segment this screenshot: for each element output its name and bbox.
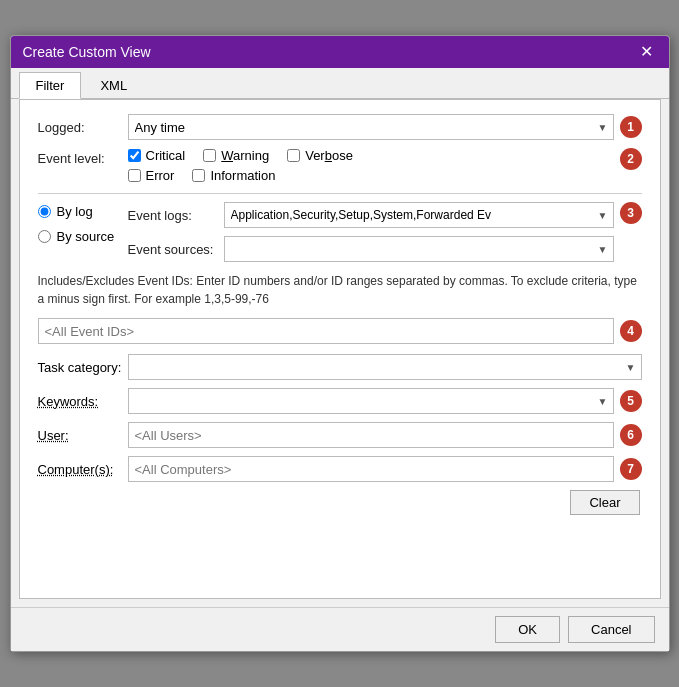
- logged-row: Logged: Any time Last hour Last 12 hours…: [38, 114, 642, 140]
- checkbox-critical: Critical: [128, 148, 186, 163]
- logged-label: Logged:: [38, 120, 128, 135]
- user-label: User:: [38, 428, 128, 443]
- task-category-row: Task category: ▼: [38, 354, 642, 380]
- badge-1: 1: [620, 116, 642, 138]
- task-category-label: Task category:: [38, 360, 128, 375]
- event-sources-select[interactable]: [224, 236, 614, 262]
- dialog-footer: OK Cancel: [11, 607, 669, 651]
- information-checkbox[interactable]: [192, 169, 205, 182]
- by-log-label: By log: [57, 204, 93, 219]
- logged-select-wrapper: Any time Last hour Last 12 hours Last 24…: [128, 114, 614, 140]
- event-logs-select-wrapper: Application,Security,Setup,System,Forwar…: [224, 202, 614, 228]
- by-log-radio[interactable]: [38, 205, 51, 218]
- information-label: Information: [210, 168, 275, 183]
- event-level-checkboxes: Critical Warning Verbose: [128, 148, 614, 183]
- task-category-select[interactable]: [128, 354, 642, 380]
- computers-input[interactable]: [128, 456, 614, 482]
- event-sources-select-wrapper: ▼: [224, 236, 614, 262]
- keywords-label: Keywords:: [38, 394, 128, 409]
- badge-4: 4: [620, 320, 642, 342]
- tab-filter[interactable]: Filter: [19, 72, 82, 99]
- checkbox-verbose: Verbose: [287, 148, 353, 163]
- computers-row: Computer(s): 7: [38, 456, 642, 482]
- verbose-label: Verbose: [305, 148, 353, 163]
- checkbox-error: Error: [128, 168, 175, 183]
- close-button[interactable]: ✕: [636, 44, 657, 60]
- verbose-underline: b: [325, 148, 332, 163]
- radio-by-log: By log: [38, 204, 128, 219]
- event-logs-row: Event logs: Application,Security,Setup,S…: [128, 202, 614, 228]
- tab-xml[interactable]: XML: [83, 72, 144, 98]
- user-input[interactable]: [128, 422, 614, 448]
- log-fields-column: Event logs: Application,Security,Setup,S…: [128, 202, 614, 262]
- ok-button[interactable]: OK: [495, 616, 560, 643]
- title-bar: Create Custom View ✕: [11, 36, 669, 68]
- logged-select[interactable]: Any time Last hour Last 12 hours Last 24…: [128, 114, 614, 140]
- event-ids-row: 4: [38, 318, 642, 344]
- badge-5: 5: [620, 390, 642, 412]
- event-level-row2: Error Information: [128, 168, 614, 183]
- computers-label: Computer(s):: [38, 462, 128, 477]
- badge-7: 7: [620, 458, 642, 480]
- user-row: User: 6: [38, 422, 642, 448]
- keywords-row: Keywords: ▼ 5: [38, 388, 642, 414]
- checkbox-warning: Warning: [203, 148, 269, 163]
- checkbox-information: Information: [192, 168, 275, 183]
- badge-6: 6: [620, 424, 642, 446]
- create-custom-view-dialog: Create Custom View ✕ Filter XML Logged: …: [10, 35, 670, 652]
- event-level-row1: Critical Warning Verbose: [128, 148, 614, 163]
- event-sources-label: Event sources:: [128, 242, 218, 257]
- event-level-label: Event level:: [38, 148, 128, 166]
- clear-button[interactable]: Clear: [570, 490, 639, 515]
- dialog-title: Create Custom View: [23, 44, 151, 60]
- event-logs-label: Event logs:: [128, 208, 218, 223]
- warning-checkbox[interactable]: [203, 149, 216, 162]
- radio-by-source: By source: [38, 229, 128, 244]
- warning-label: Warning: [221, 148, 269, 163]
- by-source-radio[interactable]: [38, 230, 51, 243]
- divider-1: [38, 193, 642, 194]
- event-level-row: Event level: Critical Warning: [38, 148, 642, 183]
- event-ids-input[interactable]: [38, 318, 614, 344]
- verbose-checkbox[interactable]: [287, 149, 300, 162]
- error-checkbox[interactable]: [128, 169, 141, 182]
- task-category-select-wrapper: ▼: [128, 354, 642, 380]
- radio-column: By log By source: [38, 202, 128, 262]
- keywords-select[interactable]: [128, 388, 614, 414]
- by-source-label: By source: [57, 229, 115, 244]
- badge-2: 2: [620, 148, 642, 170]
- keywords-select-wrapper: ▼: [128, 388, 614, 414]
- warning-underline: W: [221, 148, 233, 163]
- critical-label: Critical: [146, 148, 186, 163]
- cancel-button[interactable]: Cancel: [568, 616, 654, 643]
- clear-row: Clear: [38, 490, 642, 515]
- filter-content: Logged: Any time Last hour Last 12 hours…: [19, 99, 661, 599]
- badge-3: 3: [620, 202, 642, 224]
- description-text: Includes/Excludes Event IDs: Enter ID nu…: [38, 272, 642, 308]
- tab-bar: Filter XML: [11, 68, 669, 99]
- event-sources-row: Event sources: ▼: [128, 236, 614, 262]
- error-label: Error: [146, 168, 175, 183]
- event-logs-select[interactable]: Application,Security,Setup,System,Forwar…: [224, 202, 614, 228]
- critical-checkbox[interactable]: [128, 149, 141, 162]
- log-source-section: By log By source Event logs: Application…: [38, 202, 642, 262]
